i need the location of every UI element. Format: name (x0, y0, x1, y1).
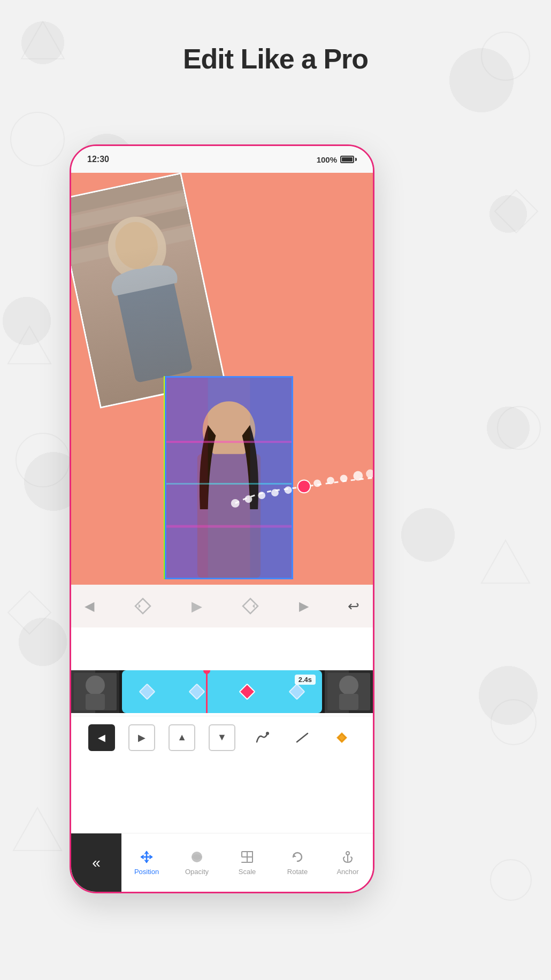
timeline-playhead (206, 670, 208, 713)
timeline[interactable]: 2.4s (71, 670, 373, 713)
svg-marker-43 (243, 599, 258, 614)
svg-marker-42 (139, 604, 141, 608)
svg-point-6 (498, 407, 540, 449)
prev-frame-btn[interactable]: ◀ (85, 599, 94, 614)
timeline-thumb-left (71, 670, 119, 713)
svg-point-53 (339, 676, 358, 695)
deco-diamond-1 (492, 187, 540, 235)
svg-point-37 (327, 477, 334, 484)
deco-circle-5 (487, 695, 540, 749)
status-right: 100% (317, 155, 357, 164)
next-frame-btn[interactable]: ▶ (299, 599, 309, 614)
svg-marker-10 (13, 808, 62, 851)
svg-point-35 (297, 480, 310, 493)
timeline-keyframe-1[interactable] (139, 683, 155, 700)
svg-rect-60 (242, 852, 247, 857)
deco-triangle-3 (476, 535, 535, 594)
svg-marker-4 (8, 326, 51, 364)
undo-btn[interactable]: ↩ (348, 598, 359, 615)
svg-marker-8 (8, 591, 51, 634)
svg-line-56 (297, 733, 308, 742)
svg-point-1 (11, 112, 64, 166)
svg-marker-41 (135, 599, 150, 614)
status-time: 12:30 (87, 155, 109, 164)
scale-icon (240, 849, 255, 864)
opacity-label: Opacity (185, 868, 209, 876)
svg-point-33 (271, 489, 279, 496)
deco-circle-4 (492, 401, 546, 455)
back-frame-btn[interactable]: ◀ (88, 724, 115, 751)
timeline-track[interactable]: 2.4s (122, 670, 322, 713)
svg-point-38 (340, 475, 348, 483)
keyframe-next-btn[interactable] (241, 596, 260, 616)
status-bar: 12:30 100% (71, 146, 373, 173)
deco-triangle-4 (8, 802, 67, 861)
tool-controls: ◀ ▶ ▲ ▼ (71, 716, 373, 759)
position-icon (139, 849, 154, 864)
svg-point-40 (366, 470, 373, 478)
timeline-time-badge: 2.4s (295, 675, 316, 685)
toolbar-item-position[interactable]: Position (121, 833, 172, 892)
battery-percent: 100% (317, 155, 337, 164)
bottom-toolbar: « Position Opacity (71, 833, 373, 892)
svg-point-55 (266, 732, 269, 735)
diamond-tool-btn[interactable] (328, 724, 355, 751)
toolbar-item-opacity[interactable]: Opacity (172, 833, 222, 892)
svg-point-11 (491, 860, 531, 900)
svg-point-30 (231, 499, 240, 508)
move-up-btn[interactable]: ▲ (169, 724, 195, 751)
deco-diamond-2 (5, 588, 53, 637)
scale-label: Scale (239, 868, 256, 876)
svg-marker-7 (481, 540, 530, 583)
position-label: Position (134, 868, 159, 876)
deco-circle-1 (5, 107, 70, 171)
back-icon: « (92, 854, 101, 871)
play-btn[interactable]: ▶ (128, 724, 155, 751)
anchor-icon (340, 849, 355, 864)
svg-point-31 (245, 495, 252, 503)
svg-point-32 (258, 492, 265, 499)
toolbar-item-scale[interactable]: Scale (222, 833, 272, 892)
canvas-area[interactable]: ◀ ▶ ▶ ↩ (71, 173, 373, 627)
svg-marker-3 (495, 190, 538, 233)
deco-circle-6 (487, 856, 535, 904)
timeline-keyframe-2[interactable] (189, 683, 205, 700)
toolbar-item-anchor[interactable]: Anchor (323, 833, 373, 892)
svg-point-9 (491, 700, 536, 745)
toolbar-item-back[interactable]: « (71, 833, 121, 892)
deco-triangle-2 (3, 321, 56, 374)
svg-rect-49 (86, 694, 105, 710)
battery-icon (340, 156, 357, 163)
keyframe-prev-btn[interactable] (133, 596, 152, 616)
deco-circle-3 (11, 428, 75, 492)
timeline-keyframe-3[interactable] (289, 683, 305, 700)
svg-rect-61 (247, 857, 252, 862)
svg-marker-44 (252, 604, 255, 608)
svg-rect-54 (339, 694, 358, 710)
svg-point-36 (313, 479, 321, 487)
toolbar-item-rotate[interactable]: Rotate (272, 833, 323, 892)
rotate-label: Rotate (287, 868, 308, 876)
canvas-playback-bar: ◀ ▶ ▶ ↩ (71, 585, 373, 627)
animation-path (71, 173, 373, 627)
svg-point-39 (353, 471, 363, 481)
timeline-thumb-right (325, 670, 373, 713)
svg-point-48 (86, 676, 105, 695)
page-title: Edit Like a Pro (0, 43, 551, 75)
play-pause-btn[interactable]: ▶ (192, 598, 202, 615)
timeline-playhead-top (203, 670, 210, 674)
rotate-icon (290, 849, 305, 864)
curve-tool-btn[interactable] (249, 724, 276, 751)
svg-point-34 (285, 486, 292, 494)
move-down-btn[interactable]: ▼ (209, 724, 235, 751)
svg-point-5 (16, 433, 70, 487)
timeline-keyframe-active[interactable] (239, 683, 255, 700)
opacity-icon (189, 849, 204, 864)
phone-frame: 12:30 100% (70, 144, 374, 893)
anchor-label: Anchor (336, 868, 358, 876)
line-tool-btn[interactable] (289, 724, 316, 751)
